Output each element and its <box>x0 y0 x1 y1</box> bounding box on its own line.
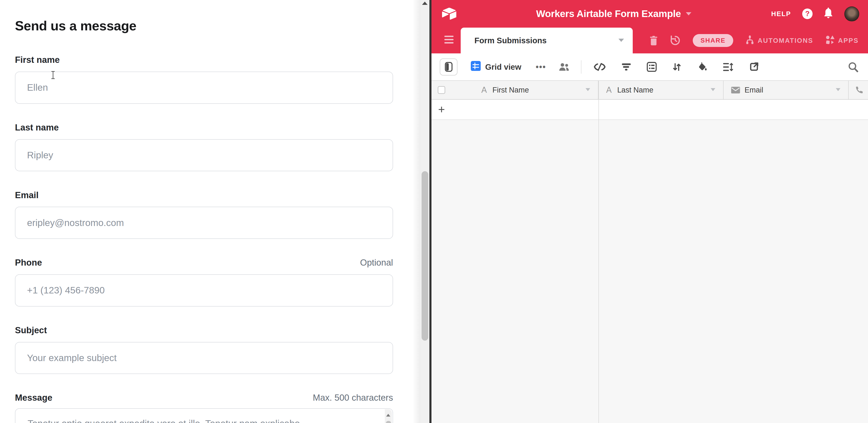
base-title-caret-icon <box>686 12 691 16</box>
airtable-topbar: Workers Airtable Form Example HELP ? <box>431 0 868 28</box>
automations-icon <box>745 35 754 46</box>
table-tab-label: Form Submissions <box>474 36 547 45</box>
apps-icon <box>826 35 835 46</box>
grid-empty-area <box>431 120 868 423</box>
contact-form-pane: Send us a message First name Last name E… <box>0 0 412 423</box>
hide-fields-icon[interactable] <box>594 63 606 71</box>
column-header-first-name[interactable]: A First Name <box>431 81 598 99</box>
phone-field: Phone Optional <box>15 258 393 306</box>
form-title: Send us a message <box>15 18 136 33</box>
group-icon[interactable] <box>647 62 657 72</box>
subject-label: Subject <box>15 325 47 335</box>
trash-icon[interactable] <box>650 36 658 46</box>
collaborators-icon[interactable] <box>558 63 570 71</box>
share-button[interactable]: SHARE <box>693 34 733 47</box>
message-text: Tenetur optio quaerat expedita vero et i… <box>28 418 381 423</box>
column-name: Last Name <box>617 86 653 94</box>
sidebar-toggle-icon <box>445 62 453 72</box>
grid-view-icon <box>471 61 481 73</box>
subject-field: Subject <box>15 325 393 374</box>
color-icon[interactable] <box>697 62 707 71</box>
revision-history-icon[interactable] <box>670 35 681 46</box>
message-label: Message <box>15 393 53 403</box>
last-name-label: Last name <box>15 122 59 132</box>
grid-header-row: A First Name A Last Name Email <box>431 81 868 100</box>
view-name: Grid view <box>485 62 521 71</box>
text-field-icon: A <box>606 85 612 95</box>
page-scrollbar-thumb[interactable] <box>422 171 428 341</box>
first-name-label: First name <box>15 55 60 65</box>
view-toolbar: Grid view ••• <box>431 53 868 81</box>
grid-view-selector[interactable]: Grid view <box>471 61 521 73</box>
search-icon[interactable] <box>848 62 859 72</box>
column-header-email[interactable]: Email <box>723 81 849 99</box>
email-input[interactable] <box>15 207 393 239</box>
page-scrollbar[interactable] <box>421 0 429 423</box>
base-title: Workers Airtable Form Example <box>536 8 681 19</box>
text-field-icon: A <box>482 85 487 95</box>
filter-icon[interactable] <box>622 63 631 71</box>
message-scrollbar[interactable] <box>385 409 392 423</box>
email-field-icon <box>731 87 740 93</box>
phone-input[interactable] <box>15 274 393 306</box>
user-avatar[interactable] <box>844 6 859 22</box>
column-caret-icon[interactable] <box>836 88 840 91</box>
scroll-up-arrow-icon[interactable] <box>422 2 428 5</box>
airtable-logo-icon[interactable] <box>442 7 457 21</box>
message-field: Message Max. 500 characters Tenetur opti… <box>15 393 393 403</box>
add-record-plus-icon[interactable]: + <box>438 102 445 116</box>
help-circle-icon[interactable]: ? <box>802 8 813 19</box>
airtable-pane: Workers Airtable Form Example HELP ? For… <box>431 0 868 423</box>
first-name-input[interactable] <box>15 71 393 104</box>
form-pane-edge-shadow <box>412 0 421 423</box>
last-name-field: Last name <box>15 122 393 171</box>
select-all-checkbox[interactable] <box>438 86 445 94</box>
help-button[interactable]: HELP <box>771 10 791 18</box>
share-view-icon[interactable] <box>749 62 759 71</box>
add-record-row[interactable]: + <box>431 100 868 120</box>
automations-button[interactable]: AUTOMATIONS <box>745 35 813 46</box>
view-options-ellipsis-icon[interactable]: ••• <box>536 62 546 72</box>
message-scroll-up-arrow-icon[interactable] <box>386 414 390 417</box>
notifications-bell-icon[interactable] <box>824 8 833 20</box>
pane-split-divider[interactable] <box>429 0 432 423</box>
apps-button[interactable]: APPS <box>826 35 859 46</box>
column-caret-icon[interactable] <box>586 88 590 91</box>
toolbar-divider <box>581 60 582 73</box>
automations-label: AUTOMATIONS <box>757 37 813 44</box>
subject-input[interactable] <box>15 342 393 374</box>
text-cursor-icon <box>51 71 55 79</box>
column-name: Email <box>744 86 763 94</box>
column-header-last-name[interactable]: A Last Name <box>598 81 723 99</box>
phone-label: Phone <box>15 258 42 268</box>
view-sidebar-toggle-button[interactable] <box>440 58 458 76</box>
last-name-input[interactable] <box>15 139 393 172</box>
first-name-field: First name <box>15 55 393 103</box>
email-label: Email <box>15 190 39 200</box>
apps-label: APPS <box>838 37 859 44</box>
airtable-tabbar: Form Submissions SHARE <box>431 28 868 53</box>
sort-icon[interactable] <box>673 63 681 71</box>
phone-field-icon <box>855 86 864 94</box>
column-caret-icon[interactable] <box>711 88 715 91</box>
frozen-column-divider <box>598 81 599 423</box>
message-textarea[interactable]: Tenetur optio quaerat expedita vero et i… <box>15 408 393 423</box>
tab-form-submissions[interactable]: Form Submissions <box>461 28 633 53</box>
screenshot-root: Send us a message First name Last name E… <box>0 0 868 423</box>
row-height-icon[interactable] <box>723 63 733 71</box>
email-field: Email <box>15 190 393 239</box>
tables-menu-icon[interactable] <box>444 36 454 43</box>
base-title-dropdown[interactable]: Workers Airtable Form Example <box>456 8 771 19</box>
phone-optional-note: Optional <box>360 258 393 268</box>
message-scrollbar-thumb[interactable] <box>386 421 391 423</box>
column-header-phone[interactable]: Phone <box>849 81 868 99</box>
message-maxchars-note: Max. 500 characters <box>313 393 393 403</box>
column-name: First Name <box>492 86 529 94</box>
table-tab-caret-icon <box>618 39 624 42</box>
